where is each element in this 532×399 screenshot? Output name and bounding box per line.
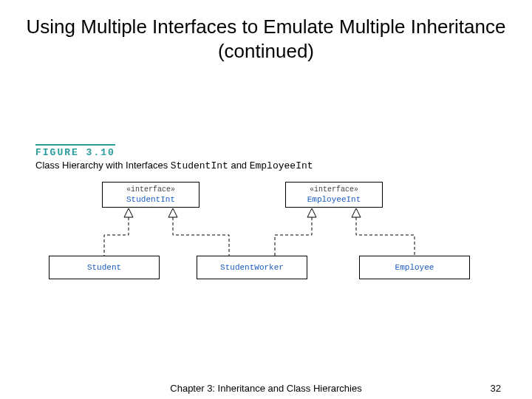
interface-name: EmployeeInt: [290, 194, 378, 205]
svg-marker-2: [307, 208, 316, 217]
class-box-studentworker: StudentWorker: [197, 256, 307, 279]
svg-marker-1: [168, 208, 177, 217]
interface-box-studentint: «interface» StudentInt: [102, 182, 200, 208]
realization-line: [104, 217, 129, 256]
uml-diagram: «interface» StudentInt «interface» Emplo…: [35, 182, 494, 300]
arrowhead-icon: [307, 208, 316, 217]
arrowhead-icon: [168, 208, 177, 217]
figure-caption-code2: EmployeeInt: [250, 160, 313, 171]
figure-label: FIGURE 3.10: [35, 144, 115, 158]
realization-line: [356, 217, 415, 256]
class-box-employee: Employee: [359, 256, 470, 279]
figure-caption: Class Hierarchy with Interfaces StudentI…: [35, 160, 494, 171]
slide-title: Using Multiple Interfaces to Emulate Mul…: [0, 0, 532, 63]
figure-caption-prefix: Class Hierarchy with Interfaces: [35, 160, 171, 171]
stereotype-label: «interface»: [290, 185, 378, 194]
footer-chapter: Chapter 3: Inheritance and Class Hierarc…: [0, 383, 532, 394]
footer-page-number: 32: [491, 383, 501, 394]
arrowhead-icon: [124, 208, 133, 217]
class-box-student: Student: [49, 256, 160, 279]
figure-caption-mid: and: [228, 160, 250, 171]
interface-box-employeeint: «interface» EmployeeInt: [285, 182, 383, 208]
svg-marker-0: [124, 208, 133, 217]
arrowhead-icon: [352, 208, 361, 217]
realization-line: [275, 217, 312, 256]
realization-line: [173, 217, 229, 256]
figure-block: FIGURE 3.10 Class Hierarchy with Interfa…: [35, 144, 494, 300]
stereotype-label: «interface»: [107, 185, 194, 194]
svg-marker-3: [352, 208, 361, 217]
figure-caption-code1: StudentInt: [171, 160, 228, 171]
interface-name: StudentInt: [107, 194, 194, 205]
